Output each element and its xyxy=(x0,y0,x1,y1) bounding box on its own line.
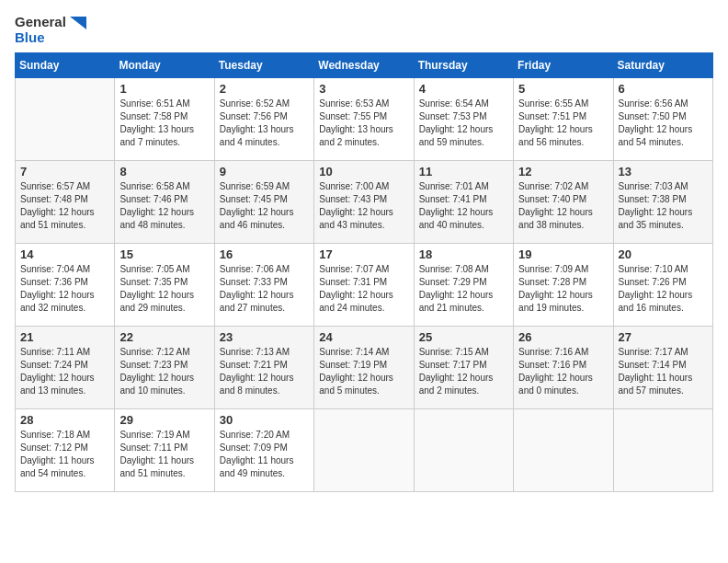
day-cell: 4Sunrise: 6:54 AMSunset: 7:53 PMDaylight… xyxy=(414,78,513,161)
day-number: 1 xyxy=(119,82,209,96)
week-row-4: 21Sunrise: 7:11 AMSunset: 7:24 PMDayligh… xyxy=(16,327,713,409)
day-number: 5 xyxy=(518,82,608,96)
day-cell: 17Sunrise: 7:07 AMSunset: 7:31 PMDayligh… xyxy=(314,244,414,327)
col-header-tuesday: Tuesday xyxy=(214,53,313,78)
day-info: Sunrise: 6:53 AMSunset: 7:55 PMDaylight:… xyxy=(319,98,408,149)
col-header-sunday: Sunday xyxy=(16,53,115,78)
day-number: 15 xyxy=(119,247,209,261)
day-number: 14 xyxy=(20,247,109,261)
day-cell: 26Sunrise: 7:16 AMSunset: 7:16 PMDayligh… xyxy=(514,327,613,409)
day-info: Sunrise: 7:18 AMSunset: 7:12 PMDaylight:… xyxy=(20,429,109,480)
col-header-saturday: Saturday xyxy=(613,53,712,78)
day-info: Sunrise: 7:04 AMSunset: 7:36 PMDaylight:… xyxy=(20,263,109,315)
day-info: Sunrise: 7:00 AMSunset: 7:43 PMDaylight:… xyxy=(319,180,408,232)
col-header-monday: Monday xyxy=(115,53,214,78)
day-number: 19 xyxy=(518,247,608,261)
day-cell: 16Sunrise: 7:06 AMSunset: 7:33 PMDayligh… xyxy=(214,244,313,327)
day-number: 25 xyxy=(419,330,508,344)
day-info: Sunrise: 6:54 AMSunset: 7:53 PMDaylight:… xyxy=(419,98,508,149)
logo-text: General Blue xyxy=(15,15,86,45)
day-info: Sunrise: 7:02 AMSunset: 7:40 PMDaylight:… xyxy=(518,180,608,232)
day-cell: 22Sunrise: 7:12 AMSunset: 7:23 PMDayligh… xyxy=(115,327,214,409)
day-cell xyxy=(414,409,513,492)
day-cell xyxy=(314,409,414,492)
day-cell: 30Sunrise: 7:20 AMSunset: 7:09 PMDayligh… xyxy=(214,409,313,492)
day-info: Sunrise: 6:59 AMSunset: 7:45 PMDaylight:… xyxy=(220,180,309,232)
day-number: 30 xyxy=(220,413,309,427)
day-number: 27 xyxy=(619,330,708,344)
day-cell: 3Sunrise: 6:53 AMSunset: 7:55 PMDaylight… xyxy=(314,78,414,161)
day-info: Sunrise: 7:12 AMSunset: 7:23 PMDaylight:… xyxy=(119,346,209,397)
day-info: Sunrise: 7:16 AMSunset: 7:16 PMDaylight:… xyxy=(518,346,608,397)
day-number: 6 xyxy=(619,82,708,96)
day-number: 4 xyxy=(419,82,508,96)
day-number: 2 xyxy=(220,82,309,96)
week-row-3: 14Sunrise: 7:04 AMSunset: 7:36 PMDayligh… xyxy=(16,244,713,327)
day-cell: 7Sunrise: 6:57 AMSunset: 7:48 PMDaylight… xyxy=(16,161,115,244)
week-row-5: 28Sunrise: 7:18 AMSunset: 7:12 PMDayligh… xyxy=(16,409,713,492)
day-cell xyxy=(16,78,115,161)
day-number: 7 xyxy=(20,165,109,178)
day-info: Sunrise: 7:14 AMSunset: 7:19 PMDaylight:… xyxy=(319,346,408,397)
day-info: Sunrise: 6:52 AMSunset: 7:56 PMDaylight:… xyxy=(220,98,309,149)
day-number: 23 xyxy=(220,330,309,344)
day-info: Sunrise: 7:11 AMSunset: 7:24 PMDaylight:… xyxy=(20,346,109,397)
calendar-table: SundayMondayTuesdayWednesdayThursdayFrid… xyxy=(15,52,713,492)
day-number: 26 xyxy=(518,330,608,344)
day-number: 3 xyxy=(319,82,408,96)
day-cell: 15Sunrise: 7:05 AMSunset: 7:35 PMDayligh… xyxy=(115,244,214,327)
day-number: 21 xyxy=(20,330,109,344)
day-info: Sunrise: 7:09 AMSunset: 7:28 PMDaylight:… xyxy=(518,263,608,315)
day-cell: 14Sunrise: 7:04 AMSunset: 7:36 PMDayligh… xyxy=(16,244,115,327)
day-cell xyxy=(514,409,613,492)
day-info: Sunrise: 7:17 AMSunset: 7:14 PMDaylight:… xyxy=(619,346,708,397)
day-info: Sunrise: 6:51 AMSunset: 7:58 PMDaylight:… xyxy=(119,98,209,149)
day-info: Sunrise: 7:01 AMSunset: 7:41 PMDaylight:… xyxy=(419,180,508,232)
day-info: Sunrise: 6:58 AMSunset: 7:46 PMDaylight:… xyxy=(119,180,209,232)
day-number: 28 xyxy=(20,413,109,427)
day-cell: 9Sunrise: 6:59 AMSunset: 7:45 PMDaylight… xyxy=(214,161,313,244)
day-cell: 21Sunrise: 7:11 AMSunset: 7:24 PMDayligh… xyxy=(16,327,115,409)
day-number: 20 xyxy=(619,247,708,261)
day-info: Sunrise: 7:13 AMSunset: 7:21 PMDaylight:… xyxy=(220,346,309,397)
day-number: 17 xyxy=(319,247,408,261)
day-info: Sunrise: 7:20 AMSunset: 7:09 PMDaylight:… xyxy=(220,429,309,480)
day-number: 18 xyxy=(419,247,508,261)
day-info: Sunrise: 7:10 AMSunset: 7:26 PMDaylight:… xyxy=(619,263,708,315)
day-cell: 24Sunrise: 7:14 AMSunset: 7:19 PMDayligh… xyxy=(314,327,414,409)
day-info: Sunrise: 7:06 AMSunset: 7:33 PMDaylight:… xyxy=(220,263,309,315)
col-header-thursday: Thursday xyxy=(414,53,513,78)
day-cell: 19Sunrise: 7:09 AMSunset: 7:28 PMDayligh… xyxy=(514,244,613,327)
day-cell: 25Sunrise: 7:15 AMSunset: 7:17 PMDayligh… xyxy=(414,327,513,409)
day-info: Sunrise: 6:56 AMSunset: 7:50 PMDaylight:… xyxy=(619,98,708,149)
page-header: General Blue xyxy=(15,15,713,45)
week-row-2: 7Sunrise: 6:57 AMSunset: 7:48 PMDaylight… xyxy=(16,161,713,244)
day-number: 11 xyxy=(419,165,508,178)
day-info: Sunrise: 6:55 AMSunset: 7:51 PMDaylight:… xyxy=(518,98,608,149)
day-cell: 5Sunrise: 6:55 AMSunset: 7:51 PMDaylight… xyxy=(514,78,613,161)
day-cell: 29Sunrise: 7:19 AMSunset: 7:11 PMDayligh… xyxy=(115,409,214,492)
day-cell: 10Sunrise: 7:00 AMSunset: 7:43 PMDayligh… xyxy=(314,161,414,244)
day-info: Sunrise: 7:08 AMSunset: 7:29 PMDaylight:… xyxy=(419,263,508,315)
day-number: 16 xyxy=(220,247,309,261)
col-header-wednesday: Wednesday xyxy=(314,53,414,78)
day-number: 10 xyxy=(319,165,408,178)
day-cell: 18Sunrise: 7:08 AMSunset: 7:29 PMDayligh… xyxy=(414,244,513,327)
day-cell: 11Sunrise: 7:01 AMSunset: 7:41 PMDayligh… xyxy=(414,161,513,244)
day-info: Sunrise: 7:03 AMSunset: 7:38 PMDaylight:… xyxy=(619,180,708,232)
day-cell: 27Sunrise: 7:17 AMSunset: 7:14 PMDayligh… xyxy=(613,327,712,409)
day-info: Sunrise: 7:05 AMSunset: 7:35 PMDaylight:… xyxy=(119,263,209,315)
day-cell: 20Sunrise: 7:10 AMSunset: 7:26 PMDayligh… xyxy=(613,244,712,327)
day-cell: 28Sunrise: 7:18 AMSunset: 7:12 PMDayligh… xyxy=(16,409,115,492)
day-number: 13 xyxy=(619,165,708,178)
day-cell: 2Sunrise: 6:52 AMSunset: 7:56 PMDaylight… xyxy=(214,78,313,161)
day-cell: 8Sunrise: 6:58 AMSunset: 7:46 PMDaylight… xyxy=(115,161,214,244)
svg-marker-0 xyxy=(70,17,86,29)
day-info: Sunrise: 7:19 AMSunset: 7:11 PMDaylight:… xyxy=(119,429,209,480)
day-cell: 12Sunrise: 7:02 AMSunset: 7:40 PMDayligh… xyxy=(514,161,613,244)
day-cell: 23Sunrise: 7:13 AMSunset: 7:21 PMDayligh… xyxy=(214,327,313,409)
day-number: 22 xyxy=(119,330,209,344)
day-number: 12 xyxy=(518,165,608,178)
day-info: Sunrise: 7:07 AMSunset: 7:31 PMDaylight:… xyxy=(319,263,408,315)
day-info: Sunrise: 7:15 AMSunset: 7:17 PMDaylight:… xyxy=(419,346,508,397)
